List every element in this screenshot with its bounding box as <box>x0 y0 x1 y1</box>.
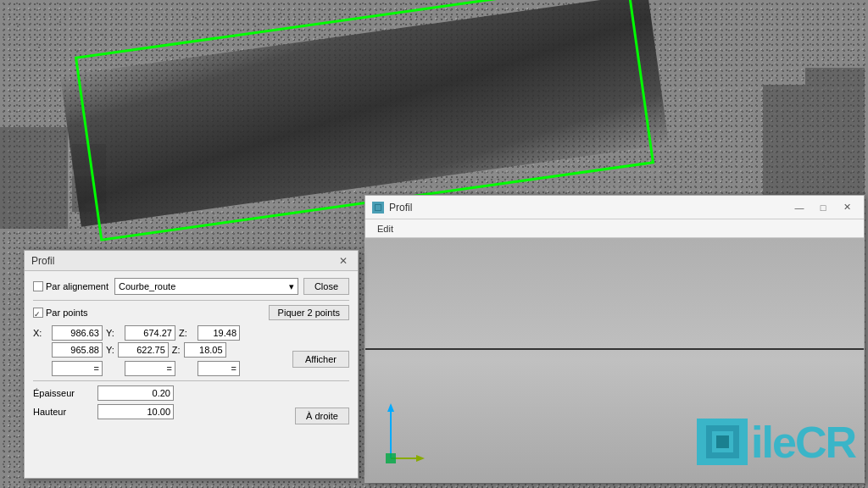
profil-window-right-close[interactable]: ✕ <box>837 199 857 216</box>
logo-square <box>697 419 748 465</box>
y-label: Y: <box>106 328 121 338</box>
logo-text: ileCR <box>751 420 855 464</box>
profil-dialog-body: Par alignement Courbe_route ▾ Close Par … <box>25 271 358 430</box>
logo-container: ileCR <box>697 419 855 465</box>
svg-rect-11 <box>280 13 281 14</box>
svg-rect-12 <box>305 38 307 40</box>
profil-window-right-titlebar: Profil — □ ✕ <box>365 196 864 219</box>
profil-window-right-maximize[interactable]: □ <box>813 199 833 216</box>
par-points-label: Par points <box>46 308 88 318</box>
svg-rect-16 <box>30 68 31 69</box>
x1-input[interactable] <box>52 325 103 341</box>
afficher-button[interactable]: Afficher <box>292 351 349 368</box>
svg-marker-41 <box>416 455 425 462</box>
axis-indicator <box>374 399 425 469</box>
alignement-dropdown[interactable]: Courbe_route ▾ <box>114 278 298 295</box>
close-button[interactable]: Close <box>303 278 349 295</box>
svg-rect-7 <box>170 55 171 57</box>
z-label: Z: <box>179 328 194 338</box>
eq-x-display: = <box>52 361 103 376</box>
dropdown-arrow-icon: ▾ <box>289 281 294 292</box>
svg-rect-9 <box>220 42 222 44</box>
svg-rect-10 <box>254 25 256 27</box>
svg-rect-13 <box>331 21 332 23</box>
par-alignement-checkbox-label[interactable]: Par alignement <box>33 281 109 291</box>
hauteur-input[interactable] <box>97 404 174 419</box>
menu-edit[interactable]: Edit <box>370 222 400 236</box>
par-alignement-checkbox[interactable] <box>33 281 43 291</box>
svg-rect-42 <box>386 453 396 463</box>
profil-viewport: ileCR <box>365 238 864 482</box>
divider <box>33 300 349 301</box>
eq-z-display: = <box>198 361 240 376</box>
profil-dialog-titlebar: Profil ✕ <box>25 251 358 271</box>
y-label-2: Y: <box>106 345 114 355</box>
y1-input[interactable] <box>125 325 175 341</box>
par-points-checkbox[interactable] <box>33 308 43 318</box>
profil-window-right-icon <box>372 202 384 214</box>
z1-input[interactable] <box>198 325 240 341</box>
a-droite-button[interactable]: À droite <box>295 408 349 424</box>
coordinates-row-1: X: Y: Z: <box>33 325 349 341</box>
svg-rect-3 <box>76 51 78 53</box>
hauteur-label: Hauteur <box>33 407 92 417</box>
epaisseur-label: Épaisseur <box>33 388 92 398</box>
y2-input[interactable] <box>118 342 169 358</box>
profil-dialog-close[interactable]: ✕ <box>336 254 351 268</box>
svg-rect-2 <box>59 21 61 23</box>
svg-rect-8 <box>195 17 197 19</box>
epaisseur-row: Épaisseur <box>33 385 349 401</box>
svg-rect-37 <box>376 205 381 210</box>
svg-rect-31 <box>805 68 865 119</box>
par-points-row: Par points Piquer 2 points <box>33 305 349 320</box>
par-points-checkbox-label[interactable]: Par points <box>33 308 109 318</box>
par-alignement-row: Par alignement Courbe_route ▾ Close <box>33 278 349 295</box>
profil-window-right-menubar: Edit <box>365 219 864 238</box>
svg-rect-28 <box>0 127 68 229</box>
z-label-2: Z: <box>172 345 181 355</box>
epaisseur-input[interactable] <box>97 385 174 401</box>
svg-marker-39 <box>387 403 394 412</box>
piquer-button[interactable]: Piquer 2 points <box>269 305 349 320</box>
svg-rect-0 <box>17 25 19 27</box>
profil-window-right: Profil — □ ✕ Edit <box>364 195 865 483</box>
z2-input[interactable] <box>184 342 226 358</box>
profil-window-right-title: Profil <box>389 202 412 214</box>
profil-window-right-minimize[interactable]: — <box>789 199 810 216</box>
profil-dialog-title: Profil <box>31 255 54 267</box>
svg-rect-4 <box>102 34 103 36</box>
svg-rect-5 <box>127 59 129 61</box>
x-label: X: <box>33 328 48 338</box>
horizon-line <box>365 348 864 350</box>
profil-dialog: Profil ✕ Par alignement Courbe_route ▾ C… <box>24 250 359 479</box>
eq-y-display: = <box>125 361 175 376</box>
svg-rect-1 <box>38 47 40 48</box>
svg-rect-17 <box>55 80 57 82</box>
x2-input[interactable] <box>52 342 103 358</box>
svg-rect-46 <box>716 435 729 448</box>
par-alignement-label: Par alignement <box>46 281 108 291</box>
divider-2 <box>33 380 349 381</box>
svg-rect-6 <box>153 30 154 31</box>
